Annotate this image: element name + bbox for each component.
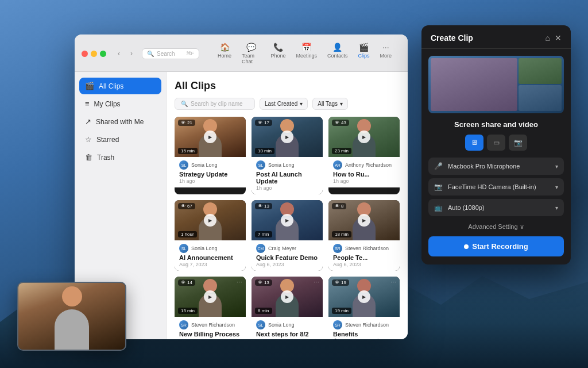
tab-contacts[interactable]: 👤 Contacts [323,40,353,67]
quality-name: Auto (1080p) [448,204,551,211]
forward-button[interactable]: › [126,48,137,59]
preview-clip-3 [519,85,562,111]
clip-card[interactable]: 👁 43 23 min ▶ AR Anthony Richardson [328,117,400,194]
filter-all-tags[interactable]: All Tags ▾ [312,98,348,110]
filter-last-created[interactable]: Last Created ▾ [260,98,308,110]
play-button[interactable]: ▶ [358,214,370,227]
sidebar-item-shared[interactable]: ↗ Shared with Me [79,113,161,130]
clip-info: SL Sonia Long Strategy Update 1h ago [175,157,246,187]
microphone-selector[interactable]: 🎤 Macbook Pro Microphone ▾ [428,158,564,175]
meetings-icon: 📅 [301,43,311,52]
person-head [62,286,82,306]
minimize-button[interactable] [91,51,97,57]
webcam-person-figure [49,286,95,350]
sidebar-trash-label: Trash [97,154,114,162]
clip-overlay: ▶ [175,277,246,317]
preview-clip-2 [519,58,562,84]
play-button[interactable]: ▶ [281,290,293,303]
clip-title: AI Announcement [179,254,241,261]
clip-card[interactable]: 👁 67 1 hour ▶ SL Sonia Long AI A [175,200,246,271]
home-icon[interactable]: ⌂ [546,33,550,43]
screen-video-icon: 🖥 [471,139,478,147]
play-button[interactable]: ▶ [204,214,216,227]
advanced-setting[interactable]: Advanced Setting ∨ [421,221,571,236]
play-button[interactable]: ▶ [204,131,216,143]
clip-card[interactable]: 👁 13 7 min ▶ CM Craig Meyer Quic [252,200,323,271]
device-selector: 🎤 Macbook Pro Microphone ▾ 📷 FaceTime HD… [428,158,564,216]
clip-thumbnail: 👁 19 19 min ▶ ⋯ [328,277,400,317]
sidebar-item-my-clips[interactable]: ≡ My Clips [79,95,161,112]
clips-toolbar: 🔍 Search by clip name Last Created ▾ All… [175,98,400,110]
clip-info: CM Craig Meyer Quick Feature Demo Aug 6,… [252,240,323,271]
filter-all-tags-label: All Tags [318,101,338,107]
sidebar-item-starred[interactable]: ☆ Starred [79,131,161,148]
person-body [55,309,89,350]
play-button[interactable]: ▶ [204,290,216,303]
sidebar-my-clips-label: My Clips [94,100,121,108]
play-button[interactable]: ▶ [358,131,370,143]
quality-selector[interactable]: 📺 Auto (1080p) ▾ [428,199,564,216]
clip-info: SR Steven Richardson Benefits Announceme… [328,317,400,339]
clip-time: 1h ago [179,178,241,184]
mode-screen-video[interactable]: 🖥 [465,135,483,151]
clip-card[interactable]: 👁 8 18 min ▶ SR Steven Richardson [328,200,400,271]
avatar: SR [179,320,188,329]
preview-area [428,56,564,113]
clip-card[interactable]: 👁 14 15 min ▶ ⋯ SR Steven Richardson [175,277,246,339]
more-options-icon[interactable]: ⋯ [237,279,242,285]
clip-title: New Billing Process [179,331,241,338]
clip-thumbnail: 👁 13 8 min ▶ ⋯ [252,277,323,317]
play-button[interactable]: ▶ [281,214,293,227]
sidebar-item-trash[interactable]: 🗑 Trash [79,149,161,166]
clip-author: CM Craig Meyer [256,244,318,253]
title-bar: ‹ › 🔍 Search ⌘F 🏠 Home 💬 Team Chat 📞 Pho… [75,34,408,72]
tab-more[interactable]: ··· More [375,40,396,67]
clip-title: Post AI Launch Update [256,171,318,185]
sidebar-item-all-clips[interactable]: 🎬 All Clips [79,78,161,94]
tab-teamchat[interactable]: 💬 Team Chat [237,40,265,67]
clip-info: SR Steven Richardson People Te... Aug 6,… [328,240,400,271]
clip-title: Next steps for 8/2 [256,331,318,338]
tab-clips[interactable]: 🎬 Clips [353,40,374,67]
clip-title: Quick Feature Demo [256,254,318,261]
clip-card[interactable]: 👁 19 19 min ▶ ⋯ SR Steven Richardson [328,277,400,339]
title-search-bar[interactable]: 🔍 Search ⌘F [142,48,199,59]
play-button[interactable]: ▶ [358,290,370,303]
camera-selector[interactable]: 📷 FaceTime HD Camera (Built-in) ▾ [428,178,564,195]
avatar: SR [333,320,342,329]
tab-meetings[interactable]: 📅 Meetings [291,40,322,67]
clip-search-input[interactable]: 🔍 Search by clip name [175,98,255,110]
search-icon: 🔍 [181,101,188,107]
clip-info: AR Anthony Richardson How to Ru... 1h ag… [328,157,400,187]
author-name: Sonia Long [268,162,295,168]
maximize-button[interactable] [100,51,106,57]
filter-last-created-label: Last Created [265,101,297,107]
tab-home[interactable]: 🏠 Home [213,40,236,67]
start-recording-button[interactable]: Start Recording [428,236,564,256]
clip-author: AR Anthony Richardson [333,160,395,170]
clip-thumbnail: 👁 13 7 min ▶ [252,200,323,240]
more-options-icon[interactable]: ⋯ [390,279,396,285]
clip-card[interactable]: 👁 13 8 min ▶ ⋯ SL Sonia Long [252,277,323,339]
clip-time: Aug 7, 2023 [179,262,241,267]
close-icon[interactable]: ✕ [555,33,562,43]
author-name: Steven Richardson [345,322,389,328]
clip-card[interactable]: 👁 21 15 min ▶ SL Sonia Long Stra [175,117,246,194]
mode-video-only[interactable]: 📷 [509,135,527,151]
close-button[interactable] [82,51,88,57]
traffic-lights [82,51,106,57]
clip-card[interactable]: 👁 17 10 min ▶ SL Sonia Long Post [252,117,323,194]
sidebar-starred-label: Starred [96,136,119,144]
clip-overlay: ▶ [328,200,400,240]
clip-overlay: ▶ [328,277,400,317]
clip-author: SR Steven Richardson [179,320,241,329]
mode-screen-only[interactable]: ▭ [487,135,505,151]
panel-title: Create Clip [431,33,473,43]
back-button[interactable]: ‹ [113,48,125,59]
more-options-icon[interactable]: ⋯ [314,279,319,285]
tab-phone[interactable]: 📞 Phone [266,40,290,67]
clip-thumbnail: 👁 43 23 min ▶ [328,117,400,157]
clip-overlay: ▶ [252,277,323,317]
play-button[interactable]: ▶ [281,131,293,143]
clip-overlay: ▶ [252,200,323,240]
